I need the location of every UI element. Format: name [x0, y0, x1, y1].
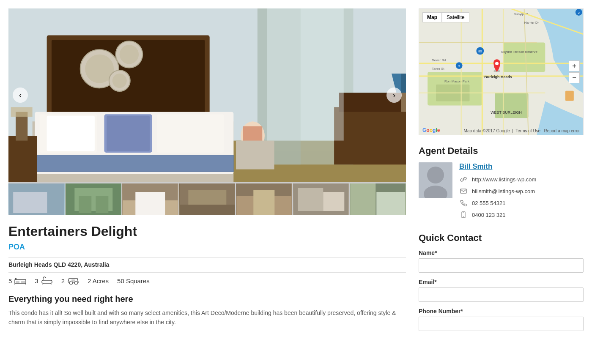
svg-text:Harrier Dr: Harrier Dr [524, 21, 539, 25]
svg-text:Dover Rd: Dover Rd [432, 58, 446, 62]
svg-rect-25 [334, 107, 406, 164]
svg-text:Taree St: Taree St [432, 67, 444, 71]
land-feature: 2 Acres [88, 277, 109, 285]
agent-office-phone: 02 555 54321 [472, 200, 506, 206]
svg-rect-98 [565, 91, 574, 101]
map-attribution: Map data ©2017 Google | Terms of Use Rep… [464, 129, 580, 133]
divider-1 [8, 257, 406, 258]
thumbnail-strip [8, 183, 406, 215]
link-icon [459, 175, 468, 183]
quick-contact-section: Quick Contact Name* Email* Phone Number* [419, 233, 584, 331]
svg-rect-22 [11, 107, 33, 117]
phone-input[interactable] [419, 317, 584, 331]
agent-phone-item: 02 555 54321 [459, 199, 584, 207]
svg-line-63 [51, 283, 51, 285]
svg-rect-103 [460, 189, 466, 193]
name-field: Name* [419, 249, 584, 273]
svg-point-65 [74, 281, 78, 285]
bed-icon [14, 276, 26, 286]
map-tab-satellite[interactable]: Satellite [442, 12, 469, 22]
thumbnail-4[interactable] [179, 183, 236, 215]
svg-rect-48 [254, 190, 275, 215]
agent-mobile-item: 0400 123 321 [459, 211, 584, 219]
name-input[interactable] [419, 258, 584, 273]
map-terms-link[interactable]: Terms of Use [515, 129, 540, 133]
thumbnail-7[interactable] [350, 183, 406, 215]
svg-line-62 [43, 283, 43, 285]
svg-text:WEST BURLEIGH: WEST BURLEIGH [491, 110, 522, 115]
svg-rect-38 [79, 196, 91, 213]
svg-rect-39 [96, 196, 108, 213]
svg-rect-13 [35, 155, 233, 172]
agent-details-info: Bill Smith http://www.listings-wp.com [459, 162, 584, 222]
bedrooms-feature: 5 [8, 276, 26, 286]
area-size: 50 Squares [117, 277, 150, 285]
map-zoom-out[interactable]: − [569, 72, 580, 83]
email-label: Email* [419, 279, 584, 285]
thumbnail-5[interactable] [236, 183, 292, 215]
svg-point-10 [112, 74, 127, 88]
garages-feature: 2 [61, 276, 79, 286]
thumbnail-3[interactable] [122, 183, 178, 215]
svg-rect-45 [180, 205, 235, 215]
phone-label: Phone Number* [419, 308, 584, 315]
name-label: Name* [419, 249, 584, 256]
listing-price: POA [8, 243, 406, 252]
carousel-main-image: ‹ › [8, 8, 406, 182]
agent-avatar [419, 162, 452, 198]
svg-rect-66 [71, 279, 75, 282]
svg-rect-57 [21, 281, 25, 283]
land-size: 2 Acres [88, 277, 109, 285]
quick-contact-title: Quick Contact [419, 233, 584, 244]
map-container: Taree St Dover Rd Ron Mason Park Burleig… [419, 8, 584, 135]
thumbnail-1[interactable] [8, 183, 65, 215]
area-feature: 50 Squares [117, 277, 150, 285]
svg-rect-50 [298, 188, 323, 211]
svg-rect-60 [15, 278, 16, 280]
svg-rect-32 [267, 8, 344, 141]
thumbnail-2[interactable] [66, 183, 122, 215]
description-title: Everything you need right here [8, 294, 406, 304]
garages-count: 2 [61, 277, 65, 285]
map-zoom-in[interactable]: + [569, 60, 580, 71]
svg-rect-31 [236, 141, 274, 170]
thumbnail-6[interactable] [293, 183, 349, 215]
image-carousel: ‹ › [8, 8, 406, 215]
svg-rect-70 [503, 42, 545, 72]
sidebar: Taree St Dover Rd Ron Mason Park Burleig… [419, 8, 584, 337]
map-tabs: Map Satellite [422, 12, 469, 22]
bath-icon [41, 276, 53, 286]
svg-rect-16 [47, 116, 95, 151]
carousel-prev-button[interactable]: ‹ [13, 88, 28, 103]
svg-rect-54 [377, 192, 406, 215]
map-report-link[interactable]: Report a map error [544, 129, 580, 133]
agent-website[interactable]: http://www.listings-wp.com [472, 176, 536, 183]
listing-title: Entertainers Delight [8, 224, 406, 239]
svg-point-100 [427, 167, 444, 183]
bathrooms-count: 3 [35, 277, 38, 285]
mobile-phone-icon [459, 211, 468, 219]
svg-text:Ron Mason Park: Ron Mason Park [444, 79, 469, 83]
svg-rect-42 [135, 192, 165, 215]
description-text: This condo has it all! So well built and… [8, 308, 406, 327]
carousel-next-button[interactable]: › [386, 88, 402, 103]
email-icon [459, 187, 468, 195]
map-tab-map[interactable]: Map [422, 12, 442, 22]
office-phone-icon [459, 199, 468, 207]
map-background: Taree St Dover Rd Ron Mason Park Burleig… [419, 9, 583, 135]
svg-text:3: 3 [458, 64, 460, 68]
map-svg: Taree St Dover Rd Ron Mason Park Burleig… [419, 9, 583, 135]
agent-name-link[interactable]: Bill Smith [459, 162, 584, 171]
email-input[interactable] [419, 287, 584, 302]
listing-features: 5 3 [8, 276, 406, 286]
listing-address: Burleigh Heads QLD 4220, Australia [8, 261, 406, 268]
agent-details-section: Agent Details Bill Smith [419, 145, 584, 222]
agent-email[interactable]: billsmith@listings-wp.com [472, 188, 535, 194]
divider-2 [8, 272, 406, 273]
svg-text:Skyline Terrace Reserve: Skyline Terrace Reserve [501, 50, 537, 54]
svg-rect-18 [107, 116, 150, 151]
svg-rect-61 [42, 280, 52, 283]
agent-details-title: Agent Details [419, 145, 584, 156]
svg-rect-51 [323, 192, 344, 211]
email-field-container: Email* [419, 279, 584, 302]
